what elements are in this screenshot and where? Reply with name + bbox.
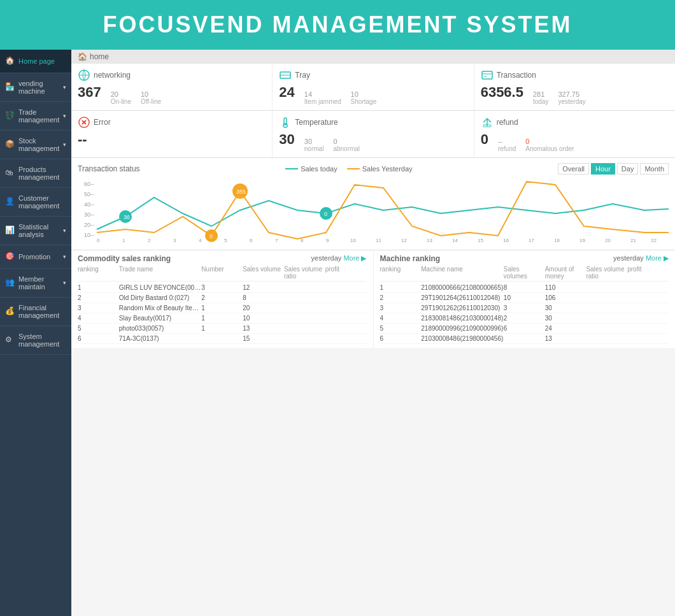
chevron-down-icon: ▾	[63, 227, 66, 234]
tray-numbers: 24 14 Item jammed 10 Shortage	[279, 84, 467, 105]
chevron-down-icon: ▾	[63, 254, 66, 260]
refund-sub2: 0 Anomalous order	[525, 138, 574, 152]
svg-text:50--: 50--	[84, 191, 94, 197]
error-section: Error --	[71, 111, 273, 157]
svg-text:60--: 60--	[84, 181, 94, 187]
sidebar-item-statistical[interactable]: 📊 Statistical analysis ▾	[0, 217, 71, 245]
tray-section: Tray 24 14 Item jammed 10 Shortage	[273, 64, 474, 110]
svg-text:0: 0	[97, 238, 100, 242]
chart-header: Transaction status Sales today Sales Yes…	[78, 163, 669, 175]
svg-text:20: 20	[605, 238, 611, 242]
tab-overall[interactable]: Overall	[558, 163, 589, 175]
svg-text:4: 4	[199, 238, 202, 242]
svg-text:17: 17	[529, 238, 534, 242]
machine-ranking-row-1: 1 21080000666(21080000665) 8 110	[380, 283, 669, 293]
sidebar-item-vending[interactable]: 🏪 vending machine ▾	[0, 73, 71, 102]
sidebar-label-system: System management	[18, 333, 66, 348]
col-machine-name: Machine name	[421, 266, 504, 280]
stock-icon: 📦	[5, 140, 15, 150]
temperature-main: 30	[279, 131, 294, 148]
error-label: Error	[94, 118, 111, 127]
sidebar-item-home[interactable]: 🏠 Home page	[0, 50, 71, 73]
transaction-icon	[481, 69, 494, 82]
svg-text:16: 16	[503, 238, 509, 242]
sidebar-item-promotion[interactable]: 🎯 Promotion ▾	[0, 245, 71, 269]
sidebar-item-products[interactable]: 🛍 Products management	[0, 159, 71, 188]
svg-text:21: 21	[630, 238, 636, 242]
sidebar-label-home: Home page	[18, 57, 55, 65]
tab-day[interactable]: Day	[617, 163, 639, 175]
customer-icon: 👤	[5, 197, 15, 207]
transaction-section: Transaction 6356.5 281 today 327.75 yest…	[474, 64, 675, 110]
chevron-down-icon: ▾	[63, 84, 66, 90]
chart-tabs: Overall Hour Day Month	[558, 163, 669, 175]
svg-text:30--: 30--	[84, 211, 94, 218]
svg-text:12: 12	[401, 238, 407, 242]
svg-text:5: 5	[224, 238, 227, 242]
machine-ranking-cols: ranking Machine name Sales volumes Amoun…	[380, 266, 669, 282]
svg-text:9: 9	[326, 238, 329, 242]
commodity-ranking-row-5: 5 photo033(0057) 1 13	[78, 324, 367, 334]
temperature-section: Temperature 30 30 normal 0 abnormal	[273, 111, 474, 157]
machine-ranking-row-2: 2 29T1901264(26110012048) 10 106	[380, 293, 669, 303]
col-sales: Sales volume	[243, 266, 284, 280]
col-ranking: ranking	[78, 266, 119, 280]
transaction-numbers: 6356.5 281 today 327.75 yesterday	[481, 84, 669, 105]
dashboard: 🏠 home networking 367 20 On-line	[71, 50, 675, 616]
sidebar-label-member: Member maintain	[18, 275, 63, 290]
sidebar-label-customer: Customer management	[18, 194, 66, 210]
machine-ranking-more[interactable]: More ▶	[646, 254, 669, 262]
svg-text:13: 13	[427, 238, 432, 242]
sidebar-item-member[interactable]: 👥 Member maintain ▾	[0, 269, 71, 297]
sidebar: 🏠 Home page 🏪 vending machine ▾ 💱 Trade …	[0, 50, 71, 616]
tab-month[interactable]: Month	[640, 163, 669, 175]
machine-ranking-row-4: 4 21830081486(21030000148) 2 30	[380, 313, 669, 324]
refund-main: 0	[481, 131, 488, 148]
sidebar-item-trade[interactable]: 💱 Trade management ▾	[0, 102, 71, 131]
sidebar-item-system[interactable]: ⚙ System management	[0, 326, 71, 355]
networking-label: networking	[94, 71, 131, 80]
networking-icon	[78, 69, 90, 82]
sidebar-label-stock: Stock management	[18, 137, 63, 152]
promo-icon: 🎯	[5, 252, 15, 262]
networking-sub1: 20 On-line	[111, 90, 131, 105]
tab-hour[interactable]: Hour	[591, 163, 615, 175]
sidebar-label-promotion: Promotion	[18, 253, 50, 261]
commodity-ranking-more[interactable]: More ▶	[343, 254, 366, 262]
networking-numbers: 367 20 On-line 10 Off-line	[78, 84, 266, 105]
col-ratio2: Sales volume ratio	[586, 266, 627, 280]
commodity-ranking-row-4: 4 Slay Beauty(0017) 1 10	[78, 313, 367, 324]
svg-text:1: 1	[122, 238, 125, 242]
col-volumes: Sales volumes	[504, 266, 545, 280]
chart-legend: Sales today Sales Yesterday	[285, 165, 412, 173]
transaction-sub1: 281 today	[533, 90, 548, 105]
temperature-numbers: 30 30 normal 0 abnormal	[279, 131, 467, 152]
svg-text:10: 10	[350, 238, 356, 242]
sidebar-label-statistical: Statistical analysis	[18, 223, 63, 238]
svg-text:6: 6	[250, 238, 253, 242]
sidebar-item-financial[interactable]: 💰 Financial management	[0, 297, 71, 326]
transaction-chart: 60-- 50-- 40-- 30-- 20-- 10-- 36 355	[78, 178, 669, 242]
temperature-sub1: 30 normal	[304, 138, 324, 152]
transaction-header: Transaction	[481, 69, 669, 82]
col-number: Number	[201, 266, 243, 280]
machine-ranking-section: Machine ranking yesterday More ▶ ranking…	[374, 250, 676, 348]
error-icon	[78, 116, 90, 129]
svg-text:0: 0	[324, 211, 327, 217]
svg-text:36: 36	[124, 214, 130, 220]
error-numbers: --	[78, 131, 266, 148]
sidebar-item-stock[interactable]: 📦 Stock management ▾	[0, 131, 71, 159]
machine-ranking-row-5: 5 21890000996(21090000996) 6 24	[380, 324, 669, 334]
col-ratio: Sales volume ratio	[284, 266, 325, 280]
commodity-ranking-cols: ranking Trade name Number Sales volume S…	[78, 266, 367, 282]
temperature-sub2: 0 abnormal	[333, 138, 360, 152]
svg-text:18: 18	[554, 238, 560, 242]
app-title: FOCUSVEND MANAGEMENT SYSTEM	[0, 11, 675, 38]
tray-main: 24	[279, 84, 294, 101]
sidebar-item-customer[interactable]: 👤 Customer management	[0, 188, 71, 217]
app-header: FOCUSVEND MANAGEMENT SYSTEM	[0, 0, 675, 50]
col-money: Amount of money	[545, 266, 586, 280]
products-icon: 🛍	[5, 168, 15, 178]
chart-area: Transaction status Sales today Sales Yes…	[71, 158, 675, 250]
svg-text:22: 22	[651, 238, 657, 242]
